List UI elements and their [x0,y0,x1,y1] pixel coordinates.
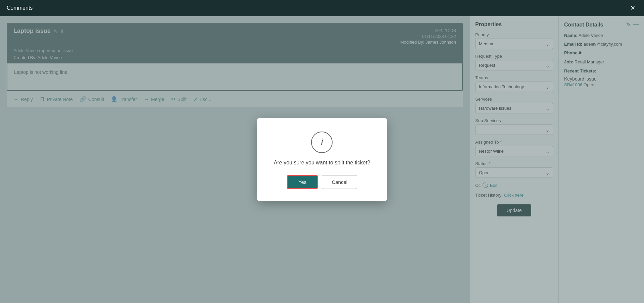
close-button[interactable]: ✕ [628,3,637,13]
dialog-cancel-button[interactable]: Cancel [322,175,357,189]
dialog-yes-button[interactable]: Yes [287,175,318,189]
confirm-dialog: i Are you sure you want to split the tic… [257,118,387,201]
modal-overlay: i Are you sure you want to split the tic… [0,16,644,303]
dialog-info-icon: i [311,132,333,153]
title-bar-title: Comments [7,5,33,11]
dialog-buttons: Yes Cancel [274,175,370,189]
title-bar: Comments ✕ [0,0,644,16]
dialog-message: Are you sure you want to split the ticke… [274,160,370,166]
